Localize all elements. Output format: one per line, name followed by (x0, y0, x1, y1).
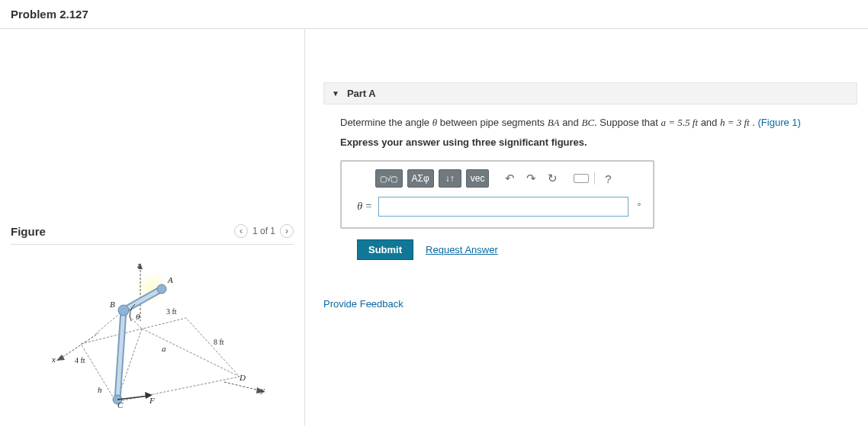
equation-toolbar: ▢√▢ ΑΣφ ↓↑ vec ↶ ↷ ↻ ? (351, 169, 644, 188)
svg-point-16 (157, 284, 166, 294)
axis-x-label: x (52, 355, 56, 364)
point-d-label: D (240, 373, 246, 382)
figure-link[interactable]: (Figure 1) (758, 117, 801, 128)
vec-button[interactable]: vec (466, 169, 490, 188)
svg-line-3 (59, 333, 98, 359)
figure-diagram: z A B θ x C F D y h a 3 ft 8 ft 4 ft (11, 258, 270, 411)
axis-y-label: y (261, 385, 265, 394)
svg-marker-4 (56, 355, 65, 361)
subsup-button[interactable]: ↓↑ (439, 169, 461, 188)
dim-a-label: a (162, 344, 166, 353)
dim-4ft-label: 4 ft (75, 356, 85, 364)
svg-line-18 (117, 396, 149, 400)
submit-button[interactable]: Submit (357, 239, 413, 260)
dim-8ft-label: 8 ft (214, 338, 224, 346)
answer-input[interactable] (378, 197, 628, 217)
angle-theta-label: θ (136, 312, 140, 321)
pager-prev-button[interactable]: ‹ (234, 224, 248, 238)
part-header[interactable]: ▼ Part A (323, 82, 857, 104)
pager-label: 1 of 1 (252, 226, 275, 236)
question-text: Determine the angle θ between pipe segme… (340, 115, 854, 130)
dim-h-label: h (98, 385, 102, 394)
answer-box: ▢√▢ ΑΣφ ↓↑ vec ↶ ↷ ↻ ? θ = (340, 160, 654, 229)
part-title: Part A (347, 88, 376, 99)
point-a-label: A (168, 275, 173, 284)
template-button[interactable]: ▢√▢ (375, 169, 403, 188)
redo-button[interactable]: ↷ (522, 169, 539, 188)
axis-z-label: z (137, 260, 140, 269)
unit-label: ° (635, 201, 644, 212)
collapse-caret-icon: ▼ (332, 89, 339, 98)
figure-pager: ‹ 1 of 1 › (234, 224, 294, 238)
request-answer-link[interactable]: Request Answer (426, 244, 498, 255)
point-c-label: C (117, 400, 123, 409)
provide-feedback-link[interactable]: Provide Feedback (323, 298, 857, 310)
point-b-label: B (110, 300, 115, 309)
toolbar-divider (594, 172, 595, 185)
figure-heading: Figure (11, 225, 46, 238)
instruction-text: Express your answer using three signific… (340, 135, 854, 150)
greek-button[interactable]: ΑΣφ (407, 169, 434, 188)
svg-point-15 (118, 305, 129, 316)
reset-button[interactable]: ↻ (544, 169, 561, 188)
help-button[interactable]: ? (600, 169, 616, 188)
undo-button[interactable]: ↶ (501, 169, 518, 188)
force-f-label: F (149, 396, 155, 405)
svg-line-5 (224, 382, 262, 391)
figure-panel: Figure ‹ 1 of 1 › (11, 29, 305, 425)
dim-3ft-label: 3 ft (166, 307, 177, 316)
pager-next-button[interactable]: › (280, 224, 294, 238)
problem-title: Problem 2.127 (11, 8, 857, 28)
variable-label: θ = (351, 201, 372, 213)
keyboard-icon (574, 174, 589, 183)
keyboard-button[interactable] (573, 169, 590, 188)
svg-line-9 (142, 329, 240, 377)
